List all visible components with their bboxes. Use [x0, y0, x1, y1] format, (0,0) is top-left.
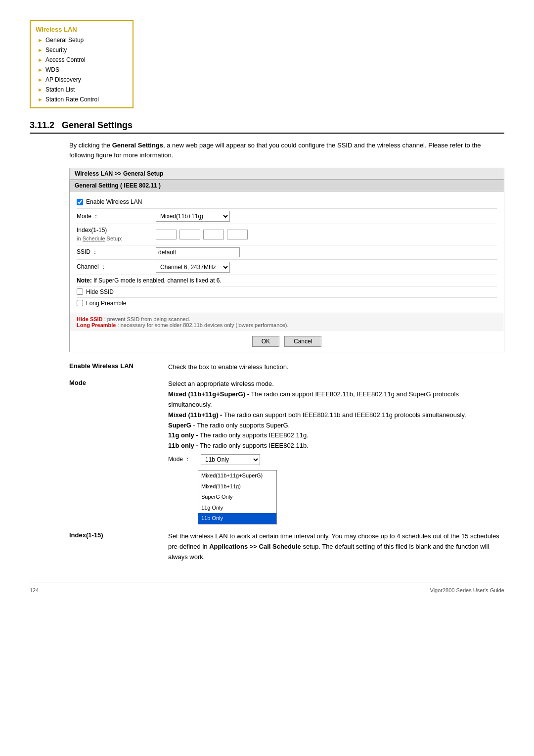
- dropdown-option-11g[interactable]: 11g Only: [198, 503, 276, 514]
- sidebar-item-ap-discovery[interactable]: ► AP Discovery: [31, 75, 133, 85]
- index-input-4[interactable]: [227, 230, 248, 239]
- mode-row: Mode ： Mixed(11b+11g): [77, 209, 497, 224]
- ssid-input[interactable]: [156, 247, 240, 257]
- sidebar-item-access-control[interactable]: ► Access Control: [31, 55, 133, 65]
- desc-detail-index: Set the wireless LAN to work at certain …: [168, 531, 504, 562]
- arrow-icon: ►: [38, 47, 43, 53]
- arrow-icon: ►: [38, 77, 43, 83]
- desc-term-mode: Mode: [69, 379, 168, 524]
- dropdown-option-label: 11g Only: [201, 504, 223, 513]
- dropdown-option-superg[interactable]: SuperG Only: [198, 492, 276, 503]
- ok-button[interactable]: OK: [252, 336, 279, 347]
- mode-desc-text: Select an appropriate wireless mode. Mix…: [168, 379, 504, 451]
- intro-text: By clicking the General Settings, a new …: [69, 141, 504, 160]
- channel-control: Channel 6, 2437MHz: [156, 262, 497, 273]
- index-row: Index(1-15)in Schedule Setup:: [77, 224, 497, 245]
- mode-field-label: Mode ：: [168, 455, 198, 464]
- arrow-icon: ►: [38, 37, 43, 43]
- sidebar-item-station-rate-control[interactable]: ► Station Rate Control: [31, 94, 133, 104]
- desc-term-index: Index(1-15): [69, 531, 168, 562]
- sidebar-item-security[interactable]: ► Security: [31, 45, 133, 55]
- sidebar-item-wds[interactable]: ► WDS: [31, 65, 133, 75]
- arrow-icon: ►: [38, 87, 43, 93]
- arrow-icon: ►: [38, 67, 43, 73]
- sidebar-item-label: General Setup: [45, 37, 84, 44]
- ssid-control: [156, 247, 497, 257]
- ssid-row: SSID ：: [77, 245, 497, 260]
- hint-preamble-label: Long Preamble: [77, 322, 116, 328]
- dropdown-option-label: Mixed(11b+11g+SuperG): [201, 472, 263, 480]
- arrow-icon: ►: [38, 57, 43, 63]
- desc-term-enable: Enable Wireless LAN: [69, 362, 168, 373]
- note-label: Note:: [77, 277, 93, 284]
- cancel-button[interactable]: Cancel: [284, 336, 321, 347]
- desc-index: Index(1-15) Set the wireless LAN to work…: [69, 531, 504, 562]
- index-label: Index(1-15)in Schedule Setup:: [77, 226, 156, 243]
- hint-hide-text: Hide SSID : prevent SSID from being scan…: [77, 316, 497, 322]
- sidebar-item-label: WDS: [45, 66, 59, 73]
- mode-field-area: Mode ： 11b Only Mixed(11b+11g+SuperG) Mi…: [168, 454, 504, 524]
- page-footer: 124 Vigor2800 Series User's Guide: [30, 582, 504, 593]
- hint-hide-detail: : prevent SSID from being scanned.: [104, 316, 190, 322]
- mode-11b-label: 11b only -: [168, 442, 198, 449]
- hint-box: Hide SSID : prevent SSID from being scan…: [70, 313, 504, 331]
- dropdown-option-label: SuperG Only: [201, 493, 233, 502]
- product-name: Vigor2800 Series User's Guide: [430, 587, 504, 593]
- desc-detail-enable: Check the box to enable wireless functio…: [168, 362, 504, 373]
- mode-label: Mode ：: [77, 212, 156, 221]
- long-preamble-row: Long Preamble: [77, 298, 497, 309]
- index-input-1[interactable]: [156, 230, 177, 239]
- index-inputs: [156, 230, 497, 239]
- channel-label: Channel ：: [77, 263, 156, 271]
- dropdown-option-11b[interactable]: 11b Only: [198, 513, 276, 524]
- sidebar-nav: Wireless LAN ► General Setup ► Security …: [30, 20, 134, 108]
- long-preamble-label: Long Preamble: [86, 300, 126, 307]
- desc-detail-mode: Select an appropriate wireless mode. Mix…: [168, 379, 504, 524]
- channel-row: Channel ： Channel 6, 2437MHz: [77, 260, 497, 275]
- hide-ssid-checkbox[interactable]: [77, 288, 83, 295]
- enable-wireless-checkbox[interactable]: [77, 199, 83, 205]
- sidebar-item-label: Security: [45, 47, 67, 53]
- sidebar-title: Wireless LAN: [31, 24, 133, 35]
- mode-dropdown-list: Mixed(11b+11g+SuperG) Mixed(11b+11g) Sup…: [198, 470, 277, 524]
- mode-select-bar: Mode ： 11b Only Mixed(11b+11g+SuperG) Mi…: [168, 454, 504, 465]
- long-preamble-checkbox[interactable]: [77, 300, 83, 306]
- dropdown-option-mixed[interactable]: Mixed(11b+11g): [198, 481, 276, 492]
- mode-control: Mixed(11b+11g): [156, 211, 497, 222]
- mode-select[interactable]: Mixed(11b+11g): [156, 211, 230, 222]
- hide-ssid-row: Hide SSID: [77, 286, 497, 298]
- sidebar-item-station-list[interactable]: ► Station List: [31, 85, 133, 94]
- note-text: If SuperG mode is enabled, channel is fi…: [93, 277, 222, 284]
- page-number: 124: [30, 587, 39, 593]
- mode-mixed-label: Mixed (11b+11g) -: [168, 411, 222, 419]
- button-row: OK Cancel: [70, 331, 504, 352]
- desc-enable-wireless: Enable Wireless LAN Check the box to ena…: [69, 362, 504, 373]
- index-input-2[interactable]: [179, 230, 200, 239]
- sidebar-item-label: Station List: [45, 86, 75, 93]
- mode-mixed-superg-label: Mixed (11b+11g+SuperG) -: [168, 390, 249, 398]
- hide-ssid-label: Hide SSID: [86, 288, 114, 295]
- descriptions-section: Enable Wireless LAN Check the box to ena…: [69, 362, 504, 563]
- arrow-icon: ►: [38, 96, 43, 102]
- form-title: General Setting ( IEEE 802.11 ): [70, 180, 504, 191]
- section-heading: 3.11.2 General Settings: [30, 120, 504, 134]
- dropdown-option-mixed-superg[interactable]: Mixed(11b+11g+SuperG): [198, 471, 276, 481]
- breadcrumb: Wireless LAN >> General Setup: [69, 168, 504, 180]
- index-input-3[interactable]: [203, 230, 224, 239]
- dropdown-option-label: Mixed(11b+11g): [201, 482, 241, 491]
- desc-mode: Mode Select an appropriate wireless mode…: [69, 379, 504, 524]
- hint-hide-label: Hide SSID: [77, 316, 103, 322]
- sidebar-item-label: Station Rate Control: [45, 96, 99, 103]
- enable-wireless-label: Enable Wireless LAN: [86, 198, 142, 205]
- note-row: Note: If SuperG mode is enabled, channel…: [77, 275, 497, 286]
- hint-preamble-detail: : necessary for some older 802.11b devic…: [118, 322, 289, 328]
- sidebar-item-label: Access Control: [45, 56, 86, 63]
- channel-select[interactable]: Channel 6, 2437MHz: [156, 262, 230, 273]
- mode-mini-select[interactable]: 11b Only Mixed(11b+11g+SuperG) Mixed(11b…: [201, 454, 260, 465]
- ssid-label: SSID ：: [77, 248, 156, 256]
- call-schedule-link: Applications >> Call Schedule: [209, 543, 301, 550]
- section-number: 3.11.2: [30, 120, 54, 130]
- sidebar-item-label: AP Discovery: [45, 76, 81, 83]
- mode-11g-label: 11g only -: [168, 431, 198, 439]
- sidebar-item-general-setup[interactable]: ► General Setup: [31, 35, 133, 45]
